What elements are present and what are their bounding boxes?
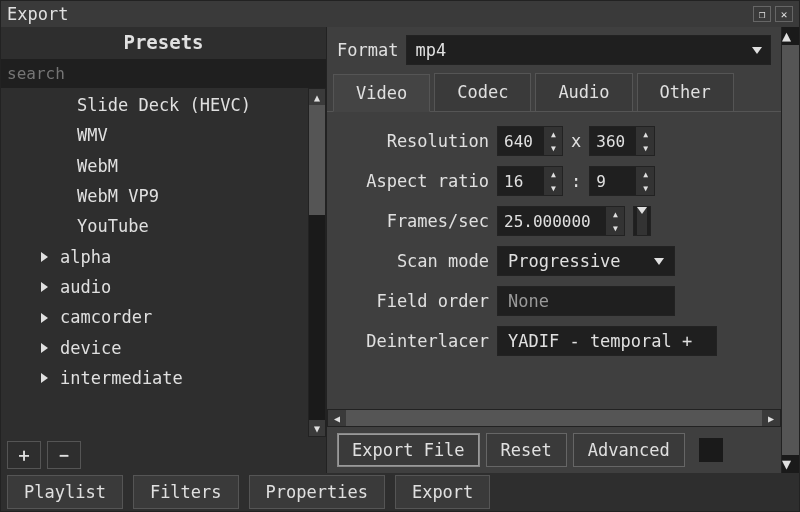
preset-group[interactable]: camcorder — [1, 302, 308, 332]
preset-item[interactable]: WebM — [1, 151, 308, 181]
chevron-right-icon — [41, 282, 48, 292]
reset-button[interactable]: Reset — [486, 433, 567, 467]
resolution-label: Resolution — [339, 131, 489, 151]
chevron-down-icon — [654, 258, 664, 265]
field-order-label: Field order — [339, 291, 489, 311]
presets-heading: Presets — [1, 27, 326, 59]
tab-filters[interactable]: Filters — [133, 475, 239, 509]
add-preset-button[interactable]: ＋ — [7, 441, 41, 469]
chevron-right-icon — [41, 313, 48, 323]
scroll-down-icon[interactable]: ▼ — [309, 420, 325, 436]
spin-up-icon[interactable]: ▲ — [607, 207, 624, 221]
preset-item[interactable]: Slide Deck (HEVC) — [1, 90, 308, 120]
scan-mode-select[interactable]: Progressive — [497, 246, 675, 276]
tab-properties[interactable]: Properties — [249, 475, 385, 509]
resolution-width-stepper[interactable]: ▲▼ — [497, 126, 563, 156]
close-icon[interactable]: ✕ — [775, 6, 793, 22]
spin-up-icon[interactable]: ▲ — [545, 167, 562, 181]
chevron-right-icon — [41, 373, 48, 383]
chevron-down-icon — [637, 207, 647, 235]
bottom-tabbar: Playlist Filters Properties Export — [1, 473, 799, 512]
tab-codec[interactable]: Codec — [434, 73, 531, 111]
field-order-select: None — [497, 286, 675, 316]
preset-group[interactable]: intermediate — [1, 363, 308, 393]
fps-dropdown[interactable] — [633, 206, 651, 236]
export-file-button[interactable]: Export File — [337, 433, 480, 467]
preset-search-input[interactable] — [1, 59, 326, 88]
fps-label: Frames/sec — [339, 211, 489, 231]
preset-list: Slide Deck (HEVC) WMV WebM WebM VP9 YouT… — [1, 88, 308, 437]
tab-export[interactable]: Export — [395, 475, 490, 509]
spin-down-icon[interactable]: ▼ — [637, 181, 654, 195]
advanced-button[interactable]: Advanced — [573, 433, 685, 467]
tab-audio[interactable]: Audio — [535, 73, 632, 111]
scroll-right-icon[interactable]: ▶ — [762, 410, 780, 426]
color-swatch[interactable] — [699, 438, 723, 462]
spin-down-icon[interactable]: ▼ — [545, 181, 562, 195]
format-label: Format — [337, 40, 398, 60]
tab-other[interactable]: Other — [637, 73, 734, 111]
form-hscrollbar[interactable]: ◀ ▶ — [327, 409, 781, 427]
scroll-up-icon[interactable]: ▲ — [309, 89, 325, 105]
aspect-width-stepper[interactable]: ▲▼ — [497, 166, 563, 196]
aspect-height-stepper[interactable]: ▲▼ — [589, 166, 655, 196]
preset-group[interactable]: alpha — [1, 242, 308, 272]
chevron-right-icon — [41, 343, 48, 353]
format-select[interactable]: mp4 — [406, 35, 771, 65]
chevron-down-icon — [752, 47, 762, 54]
aspect-label: Aspect ratio — [339, 171, 489, 191]
fps-stepper[interactable]: ▲▼ — [497, 206, 625, 236]
chevron-right-icon — [41, 252, 48, 262]
window-title: Export — [7, 4, 68, 24]
scroll-down-icon[interactable]: ▼ — [782, 455, 799, 473]
panel-scrollbar[interactable]: ▲ ▼ — [781, 27, 799, 473]
spin-down-icon[interactable]: ▼ — [637, 141, 654, 155]
restore-icon[interactable]: ❐ — [753, 6, 771, 22]
tab-video[interactable]: Video — [333, 74, 430, 112]
deinterlacer-label: Deinterlacer — [339, 331, 489, 351]
remove-preset-button[interactable]: － — [47, 441, 81, 469]
spin-down-icon[interactable]: ▼ — [545, 141, 562, 155]
tab-playlist[interactable]: Playlist — [7, 475, 123, 509]
settings-tabs: Video Codec Audio Other — [327, 73, 781, 112]
spin-up-icon[interactable]: ▲ — [637, 127, 654, 141]
scroll-thumb[interactable] — [309, 105, 325, 215]
preset-item[interactable]: YouTube — [1, 211, 308, 241]
spin-up-icon[interactable]: ▲ — [637, 167, 654, 181]
preset-item[interactable]: WebM VP9 — [1, 181, 308, 211]
scroll-up-icon[interactable]: ▲ — [782, 27, 799, 45]
preset-group[interactable]: device — [1, 333, 308, 363]
window-titlebar: Export ❐ ✕ — [1, 1, 799, 27]
resolution-height-stepper[interactable]: ▲▼ — [589, 126, 655, 156]
deinterlacer-select[interactable]: YADIF - temporal + — [497, 326, 717, 356]
spin-up-icon[interactable]: ▲ — [545, 127, 562, 141]
preset-scrollbar[interactable]: ▲ ▼ — [308, 88, 326, 437]
preset-group[interactable]: audio — [1, 272, 308, 302]
scroll-left-icon[interactable]: ◀ — [328, 410, 346, 426]
scan-label: Scan mode — [339, 251, 489, 271]
scroll-thumb[interactable] — [782, 45, 799, 455]
scroll-thumb[interactable] — [346, 410, 762, 426]
spin-down-icon[interactable]: ▼ — [607, 221, 624, 235]
preset-item[interactable]: WMV — [1, 120, 308, 150]
